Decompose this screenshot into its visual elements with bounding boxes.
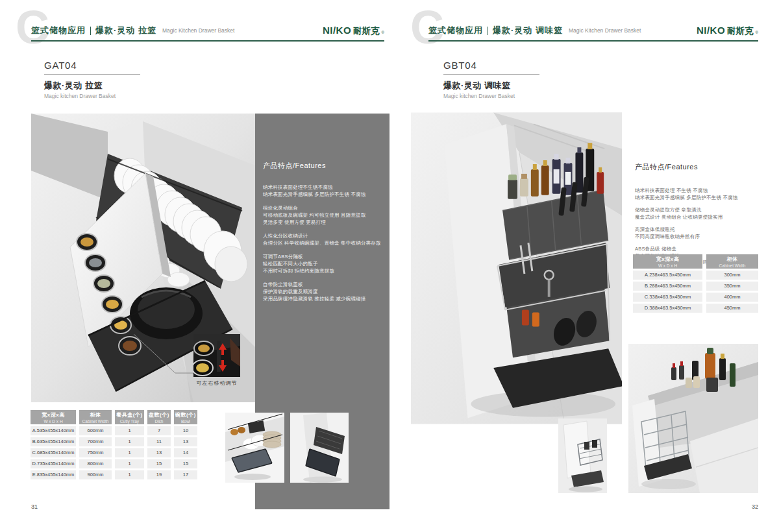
table-cell: 350mm: [706, 282, 758, 291]
product-name-en: Magic kitchen Drawer Basket: [443, 93, 586, 99]
detail-photo-right-2: [628, 344, 758, 493]
brand-logo: NI/KO 耐斯克 ®: [247, 25, 384, 37]
detail-photo-right-1: [558, 418, 607, 493]
table-row: D.388x463.5x450mm 450mm: [633, 304, 758, 313]
callout-caption: 可左右移动调节: [182, 380, 252, 387]
header-cell: 宽x深x高W x D x H: [633, 254, 702, 269]
brand-logo-cn: 耐斯克: [353, 25, 380, 37]
product-title-block-left: GAT04 爆款·灵动 拉篮 Magic kitchen Drawer Bask…: [44, 60, 174, 99]
table-cell: B.288x463.5x450mm: [633, 282, 702, 291]
header-title-cn: 爆款·灵动 调味篮: [493, 25, 563, 36]
product-code-underline: [443, 74, 539, 75]
table-cell: 13: [174, 437, 197, 446]
table-cell: 7: [147, 426, 171, 435]
table-row: C.685x455x140mm 750mm 1 13 14: [31, 448, 197, 457]
counter-basket-illustration: [628, 344, 758, 493]
table-cell: 1: [115, 470, 144, 479]
table-cell: 13: [147, 448, 171, 457]
table-cell: 15: [174, 459, 197, 468]
table-row: B.635x455x140mm 700mm 1 11 13: [31, 437, 197, 446]
product-code: GAT04: [44, 60, 174, 71]
table-row: E.835x455x140mm 900mm 1 19 17: [31, 470, 197, 479]
header-category: 篮式储物应用: [428, 25, 483, 36]
header-divider: [488, 27, 488, 35]
features-left: 产品特点/Features 纳米科技表面处理不生锈不腐蚀纳米表面光滑手感细腻 多…: [263, 161, 383, 309]
brand-logo-cn: 耐斯克: [727, 25, 754, 37]
header-rule: [31, 40, 384, 42]
table-body: A.535x455x140mm 600mm 1 7 10 B.635x455x1…: [31, 426, 197, 479]
table-cell: 11: [147, 437, 171, 446]
table-cell: 1: [115, 426, 144, 435]
table-row: A.238x463.5x450mm 300mm: [633, 271, 758, 280]
features-title: 产品特点/Features: [635, 162, 761, 172]
table-cell: 1: [115, 448, 144, 457]
feature-group: 高深盒体低腰瓶托不同高度调味瓶收纳井然有序: [635, 226, 761, 240]
header-title-cn: 爆款·灵动 拉篮: [95, 25, 156, 36]
detail-photo-left-2: [290, 413, 349, 483]
feature-group: 可调节ABS分隔板轻松匹配不同大小的瓶子不用时可拆卸 拒绝约束随意摆放: [263, 253, 383, 274]
table-cell: C.338x463.5x450mm: [633, 293, 702, 302]
table-cell: 17: [174, 470, 197, 479]
header-cell: 盘数(个)Dish: [147, 410, 171, 424]
table-cell: 300mm: [706, 271, 758, 280]
table-cell: A.535x455x140mm: [31, 426, 76, 435]
brand-logo-en: NI/KO: [697, 25, 725, 36]
header-title-en: Magic Kitchen Drawer Basket: [162, 27, 235, 34]
product-name-cn: 爆款·灵动 拉篮: [44, 80, 174, 91]
page-number-left: 31: [31, 503, 38, 510]
table-cell: 750mm: [79, 448, 112, 457]
table-cell: D.735x455x140mm: [31, 459, 76, 468]
product-code: GBT04: [443, 60, 586, 71]
brand-logo-reg: ®: [756, 30, 758, 34]
table-header-row: 宽x深x高W x D x H 柜体Cabinet Width 餐具盒(个)Cut…: [31, 410, 197, 424]
header-rule: [428, 40, 758, 42]
spec-table-left: 宽x深x高W x D x H 柜体Cabinet Width 餐具盒(个)Cut…: [31, 410, 197, 479]
table-cell: 900mm: [79, 470, 112, 479]
table-cell: 1: [115, 437, 144, 446]
feature-group: 储物盒灵动提取方便 拿取清洗魔盒式设计 灵动组合 让收纳更便捷实用: [635, 207, 761, 221]
table-cell: 19: [147, 470, 171, 479]
product-name-en: Magic kitchen Drawer Basket: [44, 93, 174, 99]
table-cell: 14: [174, 448, 197, 457]
product-title-block-right: GBT04 爆款·灵动 调味篮 Magic kitchen Drawer Bas…: [443, 60, 586, 99]
page-header-right: 篮式储物应用 爆款·灵动 调味篮 Magic Kitchen Drawer Ba…: [428, 25, 641, 36]
feature-group: 人性化分区收纳设计合理分区 科学收纳碗碟架、置物盒 集中收纳分类存放: [263, 232, 383, 247]
table-cell: 1: [115, 459, 144, 468]
main-product-photo-right: [411, 112, 622, 425]
table-cell: 450mm: [706, 304, 758, 313]
brand-logo-en: NI/KO: [323, 25, 351, 36]
table-cell: 400mm: [706, 293, 758, 302]
feature-group: 自带防尘滑轨盖板保护滑轨的载重及顺滑度采用品牌缓冲隐藏滑轨 推拉轻柔 减少碗碟碰…: [263, 281, 383, 302]
header-cell: 柜体Cabinet Width: [706, 254, 758, 269]
table-cell: 10: [174, 426, 197, 435]
callout-inset-photo: [193, 334, 240, 377]
header-divider: [90, 27, 91, 35]
header-cell: 碗数(个)Bowl: [174, 410, 197, 424]
table-row: C.338x463.5x450mm 400mm: [633, 293, 758, 302]
table-cell: 15: [147, 459, 171, 468]
feature-group: 模块化灵动组合可移动底板及碗碟架 均可独立使用 且随意提取灵活多变 使用方便 更…: [263, 204, 383, 226]
table-row: B.288x463.5x450mm 350mm: [633, 282, 758, 291]
page-number-right: 32: [745, 503, 758, 510]
adjustable-jar-detail-illustration: [193, 334, 240, 377]
features-groups: 纳米科技表面处理不生锈不腐蚀纳米表面光滑手感细腻 多层防护不生锈 不腐蚀模块化灵…: [263, 184, 383, 302]
product-code-underline: [44, 74, 140, 75]
brand-logo: NI/KO 耐斯克 ®: [622, 25, 758, 37]
header-cell: 餐具盒(个)Cutly Tray: [115, 410, 144, 424]
detail-photo-left-1: [225, 413, 284, 483]
header-cell: 宽x深x高W x D x H: [31, 410, 76, 424]
table-cell: E.835x455x140mm: [31, 470, 76, 479]
product-name-cn: 爆款·灵动 调味篮: [443, 80, 586, 91]
table-cell: B.635x455x140mm: [31, 437, 76, 446]
empty-basket-illustration: [290, 413, 349, 483]
loaded-basket-illustration: [225, 413, 284, 483]
table-cell: C.685x455x140mm: [31, 448, 76, 457]
table-body: A.238x463.5x450mm 300mm B.288x463.5x450m…: [633, 271, 758, 313]
catalog-spread: C 篮式储物应用 爆款·灵动 拉篮 Magic Kitchen Drawer B…: [0, 0, 779, 532]
table-row: A.535x455x140mm 600mm 1 7 10: [31, 426, 197, 435]
main-product-photo-left: 可左右移动调节: [31, 114, 255, 402]
page-header-left: 篮式储物应用 爆款·灵动 拉篮 Magic Kitchen Drawer Bas…: [31, 25, 234, 36]
spice-basket-illustration: [411, 112, 622, 425]
feature-group: 纳米科技表面处理不生锈不腐蚀纳米表面光滑手感细腻 多层防护不生锈 不腐蚀: [263, 184, 383, 198]
header-category: 篮式储物应用: [31, 25, 86, 36]
